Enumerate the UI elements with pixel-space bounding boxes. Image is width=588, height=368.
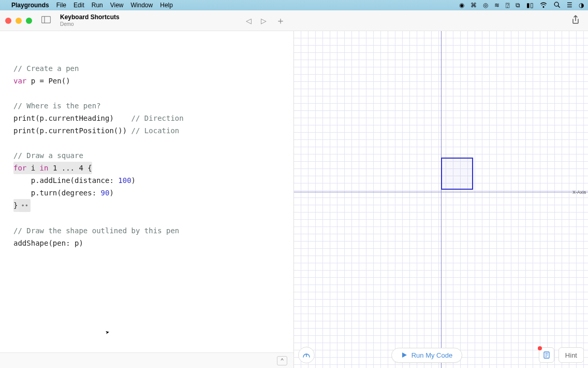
svg-line-1 xyxy=(558,6,560,7)
drawn-square-shape xyxy=(441,158,473,190)
code-text: print(p.currentPosition()) xyxy=(13,126,131,135)
run-code-button[interactable]: Run My Code xyxy=(391,348,462,363)
code-number: 90 xyxy=(101,189,110,197)
notes-button[interactable] xyxy=(539,347,554,363)
menu-window[interactable]: Window xyxy=(131,2,153,9)
menu-edit[interactable]: Edit xyxy=(74,2,84,9)
code-comment: // Draw a square xyxy=(13,151,83,160)
code-comment: // Location xyxy=(131,126,180,135)
minimize-button[interactable] xyxy=(16,18,22,24)
play-icon xyxy=(401,352,407,358)
code-comment: // Where is the pen? xyxy=(13,102,101,110)
nav-buttons: ◁ ▷ ＋ xyxy=(246,15,285,27)
nav-forward-icon[interactable]: ▷ xyxy=(261,17,267,25)
code-text: p.turn(degrees: xyxy=(13,189,101,197)
window-titlebar: Keyboard Shortcuts Demo ◁ ▷ ＋ xyxy=(0,10,588,31)
title-block: Keyboard Shortcuts Demo xyxy=(60,14,120,26)
notification-dot-icon xyxy=(538,346,542,350)
editor-bottom-toolbar: ⌃ xyxy=(0,352,293,368)
playground-window: Keyboard Shortcuts Demo ◁ ▷ ＋ // Create … xyxy=(0,10,588,368)
status-icon-3[interactable]: ◎ xyxy=(483,2,488,9)
maximize-button[interactable] xyxy=(26,18,32,24)
code-comment: // Draw the shape outlined by this pen xyxy=(13,227,179,235)
control-center-icon[interactable]: ☰ xyxy=(567,2,572,9)
status-icon-2[interactable]: ⌘ xyxy=(471,2,477,9)
x-axis-label: X-Axis xyxy=(572,190,586,195)
main-split: // Create a pen var p = Pen() // Where i… xyxy=(0,31,588,368)
code-text: p.addLine(distance: xyxy=(13,176,118,185)
spotlight-icon[interactable] xyxy=(553,1,561,10)
y-axis-line xyxy=(441,31,442,368)
code-text: 1 ... 4 { xyxy=(48,164,92,172)
menubar-right: ◉ ⌘ ◎ ≋ ⍰ ⧉ ▮▯ ☰ ◑ xyxy=(459,1,584,10)
live-view: X-Axis Run My Code Hint xyxy=(294,31,588,368)
traffic-lights xyxy=(5,18,32,24)
nav-add-icon[interactable]: ＋ xyxy=(276,15,285,27)
hint-button[interactable]: Hint xyxy=(558,347,584,363)
code-keyword: in xyxy=(40,164,49,172)
sidebar-toggle-icon[interactable] xyxy=(38,15,54,26)
status-icon-1[interactable]: ◉ xyxy=(459,2,464,9)
battery-icon[interactable]: ▮▯ xyxy=(526,2,534,9)
notes-icon xyxy=(542,351,551,359)
status-icon-5[interactable]: ⍰ xyxy=(506,2,509,9)
window-title: Keyboard Shortcuts xyxy=(60,14,120,21)
code-text: ) xyxy=(109,189,113,197)
right-controls-group: Hint xyxy=(539,347,584,363)
code-text: p = Pen() xyxy=(26,77,70,85)
code-text: i xyxy=(26,164,39,172)
macos-menubar: Playgrounds File Edit Run View Window He… xyxy=(0,0,588,10)
speed-button[interactable] xyxy=(298,347,315,363)
hint-label: Hint xyxy=(565,351,577,359)
menu-file[interactable]: File xyxy=(56,2,66,9)
code-text: } xyxy=(13,201,18,209)
siri-icon[interactable]: ◑ xyxy=(579,2,584,9)
code-text: print(p.currentHeading) xyxy=(13,114,131,122)
status-icon-4[interactable]: ≋ xyxy=(494,2,499,9)
menu-view[interactable]: View xyxy=(110,2,124,9)
wifi-icon[interactable] xyxy=(540,1,547,10)
code-keyword: var xyxy=(13,77,26,85)
menu-help[interactable]: Help xyxy=(160,2,173,9)
status-icon-6[interactable]: ⧉ xyxy=(516,2,520,9)
svg-rect-2 xyxy=(42,16,51,23)
code-editor[interactable]: // Create a pen var p = Pen() // Where i… xyxy=(0,31,294,368)
nav-back-icon[interactable]: ◁ xyxy=(246,17,252,25)
share-icon[interactable] xyxy=(571,15,580,26)
code-text: ) xyxy=(131,176,136,185)
menu-run[interactable]: Run xyxy=(92,2,103,9)
code-comment: // Direction xyxy=(131,114,184,122)
menu-app[interactable]: Playgrounds xyxy=(11,2,49,9)
close-button[interactable] xyxy=(5,18,11,24)
code-text: addShape(pen: p) xyxy=(13,239,83,247)
expand-results-icon[interactable]: ⌃ xyxy=(277,356,287,365)
mouse-cursor-icon: ➤ xyxy=(105,327,111,339)
fold-indicator[interactable]: •• xyxy=(19,200,30,212)
window-subtitle: Demo xyxy=(60,21,120,27)
code-number: 100 xyxy=(118,176,131,185)
code-comment: // Create a pen xyxy=(13,64,79,73)
run-code-label: Run My Code xyxy=(411,351,452,359)
code-keyword: for xyxy=(13,164,26,172)
menubar-left: Playgrounds File Edit Run View Window He… xyxy=(4,2,173,9)
